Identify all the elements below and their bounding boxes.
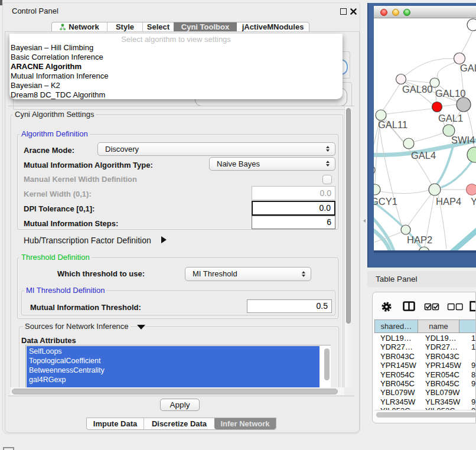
svg-text:GAL80: GAL80 [402,84,432,94]
svg-text:GCY1: GCY1 [374,196,397,207]
svg-text:HAP2: HAP2 [407,234,432,245]
svg-text:GAL10: GAL10 [435,88,465,99]
svg-text:Y: Y [471,196,476,207]
svg-text:HAP4: HAP4 [436,196,461,207]
svg-text:SWI4: SWI4 [451,135,475,145]
svg-text:GAL7: GAL7 [460,63,476,73]
svg-text:GAL1: GAL1 [438,113,463,123]
svg-text:GAL11: GAL11 [378,119,407,130]
svg-text:GAL4: GAL4 [411,150,436,161]
